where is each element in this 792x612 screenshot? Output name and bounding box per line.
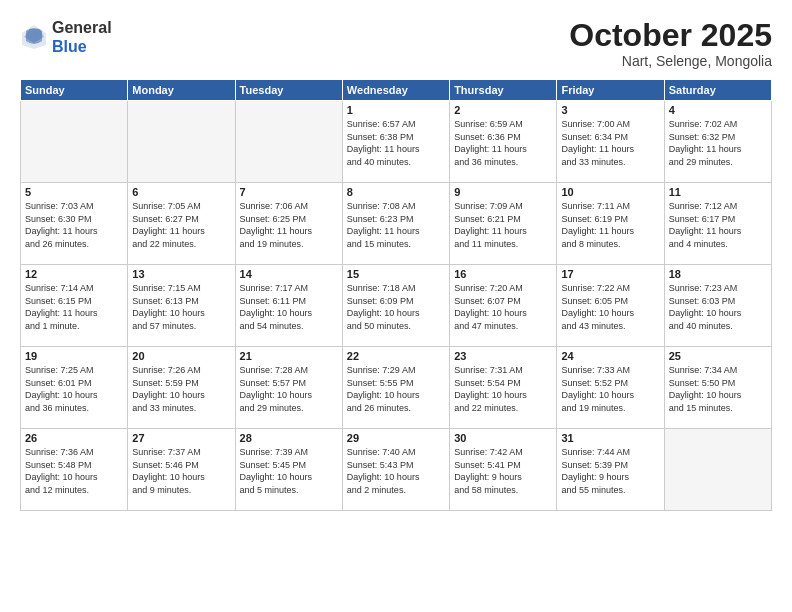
day-number: 5 xyxy=(25,186,123,198)
day-number: 8 xyxy=(347,186,445,198)
month-title: October 2025 xyxy=(569,18,772,53)
day-info: Sunrise: 7:36 AM Sunset: 5:48 PM Dayligh… xyxy=(25,446,123,496)
day-info: Sunrise: 7:26 AM Sunset: 5:59 PM Dayligh… xyxy=(132,364,230,414)
table-row: 5Sunrise: 7:03 AM Sunset: 6:30 PM Daylig… xyxy=(21,183,128,265)
table-row: 13Sunrise: 7:15 AM Sunset: 6:13 PM Dayli… xyxy=(128,265,235,347)
calendar-week-row: 1Sunrise: 6:57 AM Sunset: 6:38 PM Daylig… xyxy=(21,101,772,183)
table-row: 18Sunrise: 7:23 AM Sunset: 6:03 PM Dayli… xyxy=(664,265,771,347)
table-row: 9Sunrise: 7:09 AM Sunset: 6:21 PM Daylig… xyxy=(450,183,557,265)
table-row: 6Sunrise: 7:05 AM Sunset: 6:27 PM Daylig… xyxy=(128,183,235,265)
table-row: 30Sunrise: 7:42 AM Sunset: 5:41 PM Dayli… xyxy=(450,429,557,511)
calendar-week-row: 12Sunrise: 7:14 AM Sunset: 6:15 PM Dayli… xyxy=(21,265,772,347)
day-number: 2 xyxy=(454,104,552,116)
header: General Blue October 2025 Nart, Selenge,… xyxy=(20,18,772,69)
table-row: 12Sunrise: 7:14 AM Sunset: 6:15 PM Dayli… xyxy=(21,265,128,347)
day-number: 29 xyxy=(347,432,445,444)
day-number: 24 xyxy=(561,350,659,362)
logo-icon xyxy=(20,23,48,51)
calendar: Sunday Monday Tuesday Wednesday Thursday… xyxy=(20,79,772,511)
table-row: 28Sunrise: 7:39 AM Sunset: 5:45 PM Dayli… xyxy=(235,429,342,511)
day-info: Sunrise: 6:57 AM Sunset: 6:38 PM Dayligh… xyxy=(347,118,445,168)
day-number: 21 xyxy=(240,350,338,362)
table-row: 14Sunrise: 7:17 AM Sunset: 6:11 PM Dayli… xyxy=(235,265,342,347)
logo: General Blue xyxy=(20,18,112,56)
day-info: Sunrise: 7:11 AM Sunset: 6:19 PM Dayligh… xyxy=(561,200,659,250)
calendar-week-row: 19Sunrise: 7:25 AM Sunset: 6:01 PM Dayli… xyxy=(21,347,772,429)
day-number: 23 xyxy=(454,350,552,362)
calendar-week-row: 26Sunrise: 7:36 AM Sunset: 5:48 PM Dayli… xyxy=(21,429,772,511)
table-row: 8Sunrise: 7:08 AM Sunset: 6:23 PM Daylig… xyxy=(342,183,449,265)
table-row: 4Sunrise: 7:02 AM Sunset: 6:32 PM Daylig… xyxy=(664,101,771,183)
table-row xyxy=(235,101,342,183)
day-number: 4 xyxy=(669,104,767,116)
col-monday: Monday xyxy=(128,80,235,101)
col-thursday: Thursday xyxy=(450,80,557,101)
table-row: 15Sunrise: 7:18 AM Sunset: 6:09 PM Dayli… xyxy=(342,265,449,347)
day-number: 17 xyxy=(561,268,659,280)
day-info: Sunrise: 7:17 AM Sunset: 6:11 PM Dayligh… xyxy=(240,282,338,332)
table-row: 26Sunrise: 7:36 AM Sunset: 5:48 PM Dayli… xyxy=(21,429,128,511)
day-number: 25 xyxy=(669,350,767,362)
day-info: Sunrise: 7:22 AM Sunset: 6:05 PM Dayligh… xyxy=(561,282,659,332)
day-info: Sunrise: 7:00 AM Sunset: 6:34 PM Dayligh… xyxy=(561,118,659,168)
day-number: 31 xyxy=(561,432,659,444)
table-row: 2Sunrise: 6:59 AM Sunset: 6:36 PM Daylig… xyxy=(450,101,557,183)
day-info: Sunrise: 7:23 AM Sunset: 6:03 PM Dayligh… xyxy=(669,282,767,332)
day-number: 7 xyxy=(240,186,338,198)
day-number: 20 xyxy=(132,350,230,362)
table-row xyxy=(21,101,128,183)
day-info: Sunrise: 7:12 AM Sunset: 6:17 PM Dayligh… xyxy=(669,200,767,250)
day-info: Sunrise: 7:42 AM Sunset: 5:41 PM Dayligh… xyxy=(454,446,552,496)
table-row: 21Sunrise: 7:28 AM Sunset: 5:57 PM Dayli… xyxy=(235,347,342,429)
day-number: 16 xyxy=(454,268,552,280)
table-row: 27Sunrise: 7:37 AM Sunset: 5:46 PM Dayli… xyxy=(128,429,235,511)
table-row: 19Sunrise: 7:25 AM Sunset: 6:01 PM Dayli… xyxy=(21,347,128,429)
table-row: 20Sunrise: 7:26 AM Sunset: 5:59 PM Dayli… xyxy=(128,347,235,429)
day-number: 11 xyxy=(669,186,767,198)
day-info: Sunrise: 7:44 AM Sunset: 5:39 PM Dayligh… xyxy=(561,446,659,496)
day-number: 22 xyxy=(347,350,445,362)
day-number: 3 xyxy=(561,104,659,116)
day-info: Sunrise: 7:03 AM Sunset: 6:30 PM Dayligh… xyxy=(25,200,123,250)
calendar-week-row: 5Sunrise: 7:03 AM Sunset: 6:30 PM Daylig… xyxy=(21,183,772,265)
title-block: October 2025 Nart, Selenge, Mongolia xyxy=(569,18,772,69)
table-row xyxy=(664,429,771,511)
day-number: 30 xyxy=(454,432,552,444)
day-info: Sunrise: 7:39 AM Sunset: 5:45 PM Dayligh… xyxy=(240,446,338,496)
day-info: Sunrise: 7:09 AM Sunset: 6:21 PM Dayligh… xyxy=(454,200,552,250)
day-number: 10 xyxy=(561,186,659,198)
table-row: 24Sunrise: 7:33 AM Sunset: 5:52 PM Dayli… xyxy=(557,347,664,429)
logo-general: General xyxy=(52,18,112,37)
col-friday: Friday xyxy=(557,80,664,101)
day-info: Sunrise: 7:37 AM Sunset: 5:46 PM Dayligh… xyxy=(132,446,230,496)
logo-blue: Blue xyxy=(52,37,112,56)
day-number: 1 xyxy=(347,104,445,116)
table-row: 29Sunrise: 7:40 AM Sunset: 5:43 PM Dayli… xyxy=(342,429,449,511)
table-row: 16Sunrise: 7:20 AM Sunset: 6:07 PM Dayli… xyxy=(450,265,557,347)
day-info: Sunrise: 7:40 AM Sunset: 5:43 PM Dayligh… xyxy=(347,446,445,496)
day-number: 26 xyxy=(25,432,123,444)
col-saturday: Saturday xyxy=(664,80,771,101)
day-info: Sunrise: 7:08 AM Sunset: 6:23 PM Dayligh… xyxy=(347,200,445,250)
day-info: Sunrise: 7:20 AM Sunset: 6:07 PM Dayligh… xyxy=(454,282,552,332)
day-info: Sunrise: 7:34 AM Sunset: 5:50 PM Dayligh… xyxy=(669,364,767,414)
day-info: Sunrise: 7:15 AM Sunset: 6:13 PM Dayligh… xyxy=(132,282,230,332)
day-number: 19 xyxy=(25,350,123,362)
day-number: 28 xyxy=(240,432,338,444)
table-row: 1Sunrise: 6:57 AM Sunset: 6:38 PM Daylig… xyxy=(342,101,449,183)
day-number: 18 xyxy=(669,268,767,280)
day-number: 6 xyxy=(132,186,230,198)
day-number: 27 xyxy=(132,432,230,444)
day-info: Sunrise: 7:28 AM Sunset: 5:57 PM Dayligh… xyxy=(240,364,338,414)
page: General Blue October 2025 Nart, Selenge,… xyxy=(0,0,792,612)
day-info: Sunrise: 6:59 AM Sunset: 6:36 PM Dayligh… xyxy=(454,118,552,168)
day-number: 13 xyxy=(132,268,230,280)
table-row: 23Sunrise: 7:31 AM Sunset: 5:54 PM Dayli… xyxy=(450,347,557,429)
col-sunday: Sunday xyxy=(21,80,128,101)
table-row: 25Sunrise: 7:34 AM Sunset: 5:50 PM Dayli… xyxy=(664,347,771,429)
day-info: Sunrise: 7:29 AM Sunset: 5:55 PM Dayligh… xyxy=(347,364,445,414)
table-row: 3Sunrise: 7:00 AM Sunset: 6:34 PM Daylig… xyxy=(557,101,664,183)
day-info: Sunrise: 7:25 AM Sunset: 6:01 PM Dayligh… xyxy=(25,364,123,414)
day-number: 15 xyxy=(347,268,445,280)
table-row xyxy=(128,101,235,183)
